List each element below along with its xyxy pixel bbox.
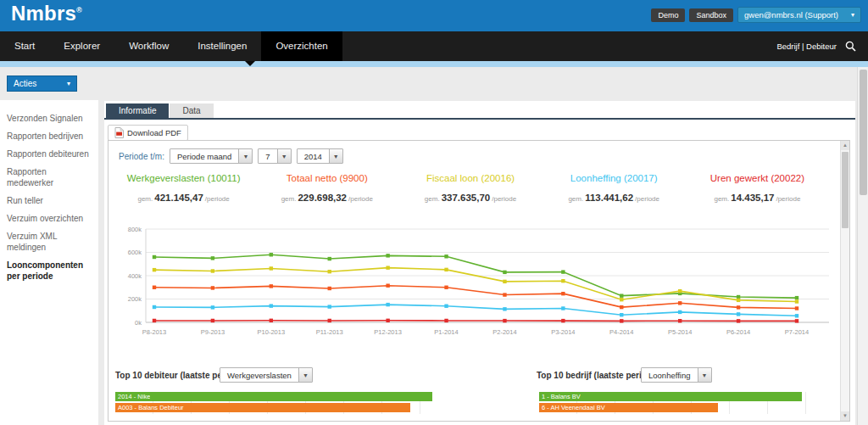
nav-item-instellingen[interactable]: Instellingen <box>183 31 261 61</box>
metric-value: 113.441,62 <box>585 193 633 203</box>
top10-bedrijf-select[interactable]: Loonheffing ▼ <box>641 367 712 383</box>
chevron-down-icon: ▼ <box>238 149 252 163</box>
scroll-down-icon[interactable]: ▼ <box>841 411 849 421</box>
demo-button[interactable]: Demo <box>651 8 685 22</box>
metric-loonheffing: Loonheffing (20017) gem.113.441,62/perio… <box>542 173 686 203</box>
user-menu-label: gwen@nmbrs.nl (Support) <box>744 10 838 20</box>
tab-underline <box>104 118 855 120</box>
metric-prefix: gem. <box>568 195 583 203</box>
period-type-select[interactable]: Periode maand ▼ <box>170 148 253 164</box>
metric-prefix: gem. <box>137 195 153 203</box>
context-switcher[interactable]: Bedrijf | Debiteur <box>776 42 837 51</box>
sidebar-item-looncomponenten-per-periode[interactable]: Looncomponenten per periode <box>0 256 98 285</box>
chevron-down-icon: ▼ <box>698 368 711 382</box>
page-scrollbar-thumb[interactable] <box>860 70 867 195</box>
metric-header-row: Werkgeverslasten (10011) gem.421.145,47/… <box>112 173 829 203</box>
top10-bar: 6 - AH Veenendaal BV <box>539 403 718 412</box>
line-chart: 0k200k400k600k800kP8-2013P9-2013P10-2013… <box>115 221 834 348</box>
nav-item-overzichten[interactable]: Overzichten <box>261 31 342 61</box>
svg-text:P10-2013: P10-2013 <box>258 328 286 336</box>
sandbox-button[interactable]: Sandbox <box>689 8 733 22</box>
top10-bar-label: A003 - Balans Debiteur <box>115 404 184 411</box>
metric-suffix: /periode <box>635 195 659 203</box>
sidebar-item-rapporten-medewerker[interactable]: Rapporten medewerker <box>0 163 98 192</box>
top10-debiteur-select[interactable]: Werkgeverslasten ▼ <box>220 367 313 383</box>
metric-suffix: /periode <box>776 195 800 203</box>
metric-werkgeverslasten: Werkgeverslasten (10011) gem.421.145,47/… <box>112 173 255 203</box>
svg-text:P3-2014: P3-2014 <box>551 328 575 336</box>
sidebar-item-verzuim-overzichten[interactable]: Verzuim overzichten <box>0 210 98 227</box>
nav-item-start[interactable]: Start <box>0 31 49 61</box>
download-pdf-label: Download PDF <box>127 128 181 137</box>
svg-text:P6-2014: P6-2014 <box>726 328 750 336</box>
metric-suffix: /periode <box>492 195 516 203</box>
top10-debiteur-chart: 2014 - NikeA003 - Balans Debiteur <box>115 392 436 414</box>
tab-data[interactable]: Data <box>170 103 213 118</box>
metric-title: Fiscaal loon (20016) <box>398 173 542 183</box>
chevron-down-icon: ▾ <box>67 80 70 87</box>
content-panel: Informatie Data Download PDF Periode t/m… <box>104 101 855 425</box>
panel-scrollbar-thumb[interactable] <box>842 152 849 228</box>
sidebar-item-rapporten-bedrijven[interactable]: Rapporten bedrijven <box>0 127 98 145</box>
period-year-select[interactable]: 2014 ▼ <box>297 148 343 164</box>
top10-bar-label: 1 - Balans BV <box>539 393 581 400</box>
brand-text: Nmbrs <box>11 2 76 25</box>
metric-totaal-netto: Totaal netto (9900) gem.229.698,32/perio… <box>255 173 398 203</box>
header-actions: Demo Sandbox gwen@nmbrs.nl (Support) ▾ <box>651 7 861 23</box>
top10-debiteur-value: Werkgeverslasten <box>220 371 298 380</box>
scroll-up-icon[interactable]: ▲ <box>841 141 849 150</box>
metric-prefix: gem. <box>425 195 440 203</box>
active-section-strip <box>0 61 868 67</box>
nav-item-workflow[interactable]: Workflow <box>114 31 183 61</box>
sidebar-item-run-teller[interactable]: Run teller <box>0 192 98 210</box>
chevron-down-icon: ▼ <box>298 368 312 382</box>
top10-bar-label: 6 - AH Veenendaal BV <box>539 404 605 411</box>
svg-text:0k: 0k <box>135 319 142 327</box>
sidebar-item-verzonden-signalen[interactable]: Verzonden Signalen <box>0 109 98 127</box>
period-number-select[interactable]: 7 ▼ <box>258 148 291 164</box>
top10-bar: 2014 - Nike <box>115 392 432 401</box>
panel-scrollbar[interactable]: ▲ ▼ <box>840 141 849 421</box>
user-menu[interactable]: gwen@nmbrs.nl (Support) ▾ <box>737 7 861 23</box>
metric-title: Loonheffing (20017) <box>542 173 686 183</box>
metric-title: Uren gewerkt (20022) <box>686 173 829 183</box>
sidebar: Verzonden Signalen Rapporten bedrijven R… <box>0 100 98 425</box>
period-year-value: 2014 <box>298 152 329 161</box>
tab-bar: Informatie Data <box>104 101 855 118</box>
svg-text:P8-2013: P8-2013 <box>142 328 166 336</box>
metric-prefix: gem. <box>281 195 297 203</box>
top10-bar: A003 - Balans Debiteur <box>115 403 410 412</box>
metric-fiscaal-loon: Fiscaal loon (20016) gem.337.635,70/peri… <box>398 173 542 203</box>
active-nav-pointer-icon <box>245 61 255 66</box>
report-box: Periode t/m: Periode maand ▼ 7 ▼ 2014 ▼ … <box>108 140 850 422</box>
actions-label: Acties <box>14 79 36 88</box>
tab-informatie[interactable]: Informatie <box>106 103 169 118</box>
search-icon[interactable] <box>845 41 856 52</box>
svg-text:P5-2014: P5-2014 <box>668 328 692 336</box>
page: Nmbrs® Demo Sandbox gwen@nmbrs.nl (Suppo… <box>0 0 868 425</box>
sidebar-item-verzuim-xml-meldingen[interactable]: Verzuim XML meldingen <box>0 227 98 256</box>
svg-text:P9-2013: P9-2013 <box>201 328 225 336</box>
app-header: Nmbrs® Demo Sandbox gwen@nmbrs.nl (Suppo… <box>0 0 868 31</box>
metric-suffix: /periode <box>205 195 230 203</box>
chevron-down-icon: ▾ <box>851 11 854 19</box>
download-pdf-button[interactable]: Download PDF <box>108 125 188 141</box>
svg-text:400k: 400k <box>128 272 142 280</box>
period-selector-row: Periode t/m: Periode maand ▼ 7 ▼ 2014 ▼ <box>119 148 343 164</box>
svg-text:600k: 600k <box>128 249 142 256</box>
actions-button[interactable]: Acties ▾ <box>7 75 77 92</box>
svg-text:P1-2014: P1-2014 <box>434 328 458 336</box>
metric-value: 337.635,70 <box>442 193 491 203</box>
svg-text:P12-2013: P12-2013 <box>374 328 402 336</box>
period-number-value: 7 <box>259 152 276 161</box>
metric-value: 421.145,47 <box>154 193 203 203</box>
svg-text:P11-2013: P11-2013 <box>316 328 343 336</box>
page-scrollbar[interactable] <box>857 67 868 425</box>
nav-item-explorer[interactable]: Explorer <box>49 31 114 61</box>
svg-text:P2-2014: P2-2014 <box>492 328 516 336</box>
chevron-down-icon: ▼ <box>277 149 291 163</box>
sidebar-item-rapporten-debiteuren[interactable]: Rapporten debiteuren <box>0 145 98 163</box>
metric-title: Totaal netto (9900) <box>255 173 398 183</box>
metric-title: Werkgeverslasten (10011) <box>112 173 255 183</box>
top10-bedrijf-chart: 1 - Balans BV6 - AH Veenendaal BV <box>539 392 837 414</box>
